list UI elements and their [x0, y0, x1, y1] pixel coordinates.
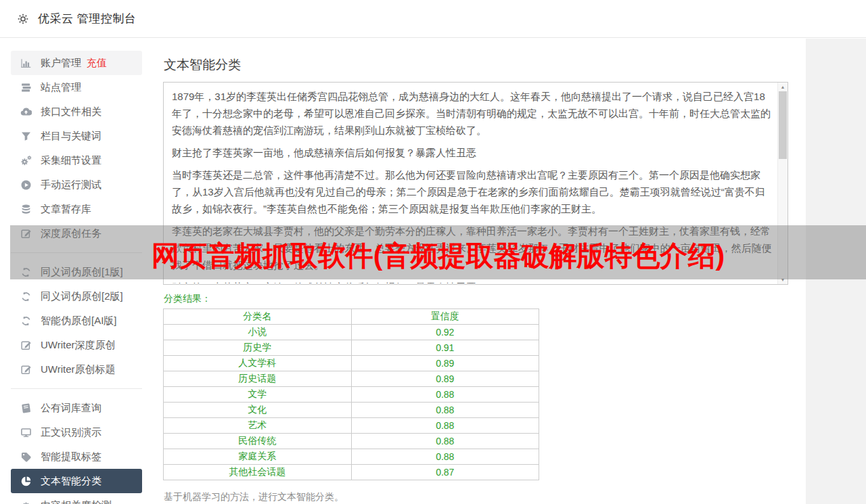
sidebar-item-article-store[interactable]: 文章暂存库: [11, 197, 142, 221]
watermark-overlay: 网页音频抓取软件(音频提取器破解版特色介绍): [10, 225, 866, 279]
gear-icon: [20, 500, 32, 504]
sidebar-item-collect-settings[interactable]: 采集细节设置: [11, 148, 142, 173]
category-cell: 艺术: [164, 418, 352, 434]
edit-icon: [20, 364, 32, 375]
sidebar-item-uwriter-original-title[interactable]: UWriter原创标题: [11, 357, 142, 382]
pie-chart-icon: [20, 476, 32, 487]
category-cell: 历史话题: [164, 371, 352, 387]
table-head: 分类名置信度: [164, 309, 539, 325]
refresh-icon: [20, 315, 32, 327]
confidence-cell: 0.88: [351, 403, 539, 418]
book-icon: [20, 403, 32, 414]
gears-icon: [20, 155, 32, 166]
table-row: 艺术0.88: [164, 418, 539, 434]
scrollbar-thumb[interactable]: [779, 91, 787, 159]
sidebar-item-label: 正文识别演示: [41, 426, 101, 439]
category-cell: 小说: [164, 325, 352, 340]
sidebar-item-label: 内容相关度检测: [41, 499, 112, 504]
cloud-upload-icon: [20, 106, 32, 118]
settings-gear-icon[interactable]: [17, 13, 29, 25]
sidebar-item-account[interactable]: 账户管理充值: [11, 51, 142, 75]
table-row: 小说0.92: [164, 325, 539, 340]
sidebar-item-text-classification[interactable]: 文本智能分类: [11, 469, 142, 493]
document-paragraph: 财主抢了李莲英家一亩地，他成慈禧亲信后如何报复？暴露人性丑恶: [172, 279, 773, 283]
app-header: 优采云 管理控制台: [0, 0, 866, 38]
confidence-cell: 0.88: [351, 418, 539, 434]
confidence-cell: 0.88: [351, 449, 539, 465]
confidence-cell: 0.88: [351, 387, 539, 403]
category-cell: 其他社会话题: [164, 465, 352, 480]
confidence-cell: 0.89: [351, 371, 539, 387]
document-paragraph: 财主抢了李莲英家一亩地，他成慈禧亲信后如何报复？暴露人性丑恶: [172, 144, 773, 161]
category-cell: 家庭关系: [164, 449, 352, 465]
sidebar-item-label: 手动运行测试: [41, 179, 101, 191]
table-header-cell: 置信度: [351, 309, 539, 325]
table-body: 小说0.92历史学0.91人文学科0.89历史话题0.89文学0.88文化0.8…: [164, 325, 539, 480]
recharge-badge[interactable]: 充值: [87, 57, 107, 70]
confidence-cell: 0.88: [351, 434, 539, 449]
table-row: 历史话题0.89: [164, 371, 539, 387]
confidence-cell: 0.89: [351, 356, 539, 371]
sidebar-item-label: 站点管理: [41, 81, 81, 94]
sidebar-item-public-lexicon-query[interactable]: 公有词库查询: [11, 396, 142, 420]
document-paragraph: 1879年，31岁的李莲英出任储秀宫四品花翎总管，成为慈禧身边的大红人。这年春天…: [172, 88, 773, 139]
sidebar-item-interface-files[interactable]: 接口文件相关: [11, 99, 142, 124]
footnote: 基于机器学习的方法，进行文本智能分类。: [164, 491, 344, 503]
sidebar-item-content-recognition-demo[interactable]: 正文识别演示: [11, 420, 142, 444]
confidence-cell: 0.92: [351, 325, 539, 340]
sidebar-item-smart-tag-extract[interactable]: 智能提取标签: [11, 444, 142, 469]
sidebar-item-manual-run-test[interactable]: 手动运行测试: [11, 173, 142, 197]
result-label: 分类结果：: [164, 293, 211, 305]
category-cell: 历史学: [164, 340, 352, 356]
table-row: 历史学0.91: [164, 340, 539, 356]
database-icon: [20, 204, 32, 215]
sidebar-item-ai-rewrite[interactable]: 智能伪原创[AI版]: [11, 308, 142, 333]
confidence-cell: 0.87: [351, 465, 539, 480]
sidebar-item-sites[interactable]: 站点管理: [11, 75, 142, 99]
server-icon: [20, 82, 32, 93]
sidebar-item-label: 公有词库查询: [41, 402, 101, 415]
sidebar-divider: [11, 388, 142, 389]
sidebar-item-label: 文章暂存库: [41, 203, 91, 216]
table-row: 人文学科0.89: [164, 356, 539, 371]
sidebar-item-label: 采集细节设置: [41, 154, 101, 167]
app-title: 优采云 管理控制台: [38, 11, 136, 26]
table-row: 家庭关系0.88: [164, 449, 539, 465]
sidebar-item-columns-keywords[interactable]: 栏目与关键词: [11, 124, 142, 148]
sidebar-item-content-relevance-check[interactable]: 内容相关度检测: [11, 493, 142, 504]
table-header-row: 分类名置信度: [164, 309, 539, 325]
sidebar-item-label: 接口文件相关: [41, 106, 101, 118]
sidebar-item-label: 智能伪原创[AI版]: [41, 315, 117, 327]
confidence-cell: 0.91: [351, 340, 539, 356]
play-circle-icon: [20, 179, 32, 191]
sidebar-item-label: 文本智能分类: [41, 475, 101, 488]
watermark-text: 网页音频抓取软件(音频提取器破解版特色介绍): [152, 237, 725, 275]
table-row: 文化0.88: [164, 403, 539, 418]
scroll-up-arrow[interactable]: ▲: [778, 83, 788, 91]
document-paragraph: 当时李莲英还是二总管，这件事他再清楚不过。那么他为何还要冒险向慈禧请求出宫呢？主…: [172, 166, 773, 217]
tag-icon: [20, 451, 32, 463]
sidebar-item-label: 同义词伪原创[2版]: [41, 290, 123, 303]
filter-icon: [20, 131, 32, 142]
sidebar-item-synonym-rewrite-2[interactable]: 同义词伪原创[2版]: [11, 284, 142, 308]
monitor-icon: [20, 427, 32, 438]
sidebar-item-label: 账户管理: [41, 57, 81, 70]
category-cell: 文化: [164, 403, 352, 418]
sidebar-item-uwriter-deep-original[interactable]: UWriter深度原创: [11, 333, 142, 357]
table-row: 文学0.88: [164, 387, 539, 403]
table-header-cell: 分类名: [164, 309, 352, 325]
sidebar-item-label: 智能提取标签: [41, 451, 101, 463]
edit-icon: [20, 340, 32, 351]
classification-table: 分类名置信度 小说0.92历史学0.91人文学科0.89历史话题0.89文学0.…: [163, 308, 539, 480]
sidebar-item-label: UWriter深度原创: [41, 339, 116, 352]
category-cell: 文学: [164, 387, 352, 403]
table-row: 其他社会话题0.87: [164, 465, 539, 480]
page-title: 文本智能分类: [164, 56, 241, 74]
sidebar-item-label: UWriter原创标题: [41, 363, 116, 376]
category-cell: 人文学科: [164, 356, 352, 371]
sidebar-item-label: 栏目与关键词: [41, 130, 101, 143]
bar-chart-icon: [20, 58, 32, 69]
table-row: 民俗传统0.88: [164, 434, 539, 449]
refresh-icon: [20, 291, 32, 302]
category-cell: 民俗传统: [164, 434, 352, 449]
